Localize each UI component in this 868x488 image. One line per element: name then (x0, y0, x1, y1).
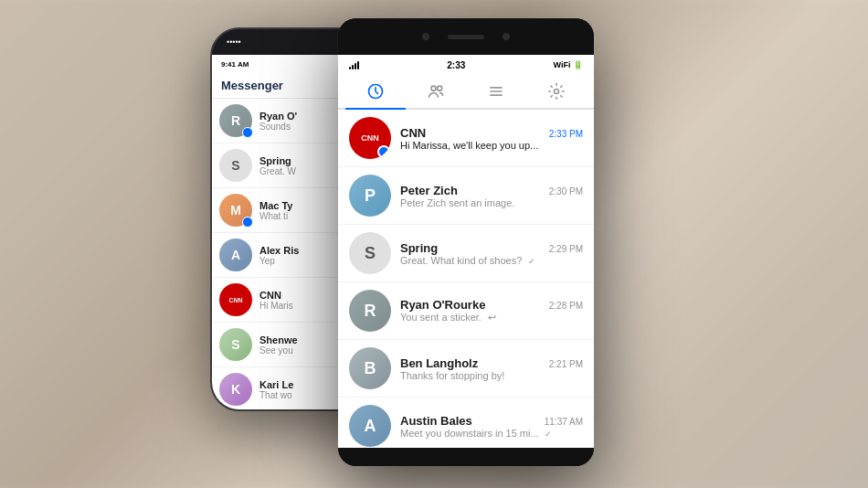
messenger-name-row-cnn: CNN2:33 PM (400, 126, 583, 140)
android-time: 2:33 (447, 60, 465, 70)
messenger-name-ryan: Ryan O'Rourke (400, 298, 485, 312)
messenger-time-spring: 2:29 PM (549, 244, 583, 254)
android-camera (422, 33, 429, 40)
messenger-time-ben: 2:21 PM (549, 359, 583, 369)
messenger-time-cnn: 2:33 PM (549, 129, 583, 139)
svg-point-1 (431, 86, 436, 90)
messenger-item-cnn[interactable]: CNNCNN2:33 PMHi Marissa, we'll keep you … (338, 110, 594, 167)
list-icon (487, 82, 505, 101)
messenger-content-austin: Austin Bales11:37 AMMeet you downstairs … (400, 414, 583, 439)
tab-recent[interactable] (345, 75, 406, 108)
tab-list[interactable] (466, 75, 526, 108)
messenger-avatar-ben: B (349, 347, 391, 389)
messenger-name-row-austin: Austin Bales11:37 AM (400, 414, 583, 428)
svg-point-2 (438, 86, 442, 90)
android-camera-2 (503, 33, 510, 40)
messenger-content-cnn: CNN2:33 PMHi Marissa, we'll keep you up.… (400, 126, 583, 151)
android-status-bar: 2:33 WiFi 🔋 (338, 55, 594, 75)
messenger-name-austin: Austin Bales (400, 414, 472, 428)
signal-bars (349, 60, 359, 69)
messenger-avatar-austin: A (349, 405, 391, 447)
messenger-msg-cnn: Hi Marissa, we'll keep you up... (400, 140, 583, 151)
messenger-content-peter: Peter Zich2:30 PMPeter Zich sent an imag… (400, 184, 583, 208)
iphone-avatar-mac: M (219, 194, 252, 227)
messenger-avatar-ryan: R (349, 290, 391, 332)
messenger-name-row-ryan: Ryan O'Rourke2:28 PM (400, 298, 583, 312)
check-icon-spring: ✓ (525, 257, 535, 266)
messenger-msg-austin: Meet you downstairs in 15 mi... ✓ (400, 428, 583, 439)
android-speaker (448, 35, 484, 39)
messenger-time-peter: 2:30 PM (549, 186, 583, 196)
iphone-avatar-ryan: R (219, 104, 252, 137)
scene: ••••• 📶 9:41 AM 🔋 Messenger RRyan O'Soun… (0, 0, 868, 488)
messenger-name-peter: Peter Zich (400, 184, 458, 197)
messenger-msg-ben: Thanks for stopping by! (400, 370, 583, 381)
android-tab-bar (338, 75, 594, 110)
messenger-name-row-spring: Spring2:29 PM (400, 241, 583, 255)
messenger-list: CNNCNN2:33 PMHi Marissa, we'll keep you … (338, 110, 594, 448)
android-bezel-top (338, 18, 594, 55)
iphone-time: 9:41 AM (221, 60, 249, 69)
android-bezel-bottom (338, 448, 594, 466)
messenger-item-ryan[interactable]: RRyan O'Rourke2:28 PMYou sent a sticker.… (338, 282, 594, 340)
clock-icon (366, 82, 385, 101)
messenger-time-austin: 11:37 AM (545, 417, 583, 427)
messenger-name-spring: Spring (400, 241, 438, 255)
messenger-item-ben[interactable]: BBen Langholz2:21 PMThanks for stopping … (338, 340, 594, 398)
android-screen: 2:33 WiFi 🔋 (338, 55, 594, 448)
messenger-name-ben: Ben Langholz (400, 356, 478, 370)
iphone-avatar-alex: A (219, 239, 252, 271)
messenger-avatar-peter: P (349, 175, 391, 217)
messenger-content-ryan: Ryan O'Rourke2:28 PMYou sent a sticker. … (400, 298, 583, 324)
android-status-right: WiFi 🔋 (554, 60, 583, 69)
svg-point-6 (555, 90, 559, 94)
gear-icon (547, 82, 566, 101)
messenger-name-row-ben: Ben Langholz2:21 PM (400, 356, 583, 370)
messenger-time-ryan: 2:28 PM (549, 301, 583, 311)
messenger-msg-peter: Peter Zich sent an image. (400, 197, 583, 208)
iphone-signal: ••••• (227, 37, 241, 47)
messenger-content-spring: Spring2:29 PMGreat. What kind of shoes? … (400, 241, 583, 266)
iphone-avatar-cnn-iphone: CNN (219, 283, 252, 316)
check-icon-austin: ✓ (543, 430, 553, 439)
messenger-content-ben: Ben Langholz2:21 PMThanks for stopping b… (400, 356, 583, 381)
messenger-avatar-spring: S (349, 232, 391, 274)
iphone-avatar-spring: S (219, 149, 252, 182)
iphone-avatar-shen: S (219, 328, 252, 361)
people-icon (427, 82, 445, 101)
android-status-left (349, 60, 359, 69)
iphone-avatar-kari: K (219, 373, 252, 406)
tab-settings[interactable] (526, 75, 587, 108)
messenger-msg-ryan: You sent a sticker. ↩ (400, 312, 583, 324)
messenger-item-austin[interactable]: AAustin Bales11:37 AMMeet you downstairs… (338, 398, 594, 448)
messenger-name-row-peter: Peter Zich2:30 PM (400, 184, 583, 197)
messenger-item-spring[interactable]: SSpring2:29 PMGreat. What kind of shoes?… (338, 225, 594, 282)
android-device: 2:33 WiFi 🔋 (338, 18, 594, 466)
messenger-avatar-cnn: CNN (349, 117, 391, 159)
reply-icon-ryan: ↩ (485, 312, 496, 323)
tab-groups[interactable] (406, 75, 466, 108)
messenger-name-cnn: CNN (400, 126, 426, 140)
messenger-item-peter[interactable]: PPeter Zich2:30 PMPeter Zich sent an ima… (338, 167, 594, 225)
messenger-msg-spring: Great. What kind of shoes? ✓ (400, 255, 583, 266)
